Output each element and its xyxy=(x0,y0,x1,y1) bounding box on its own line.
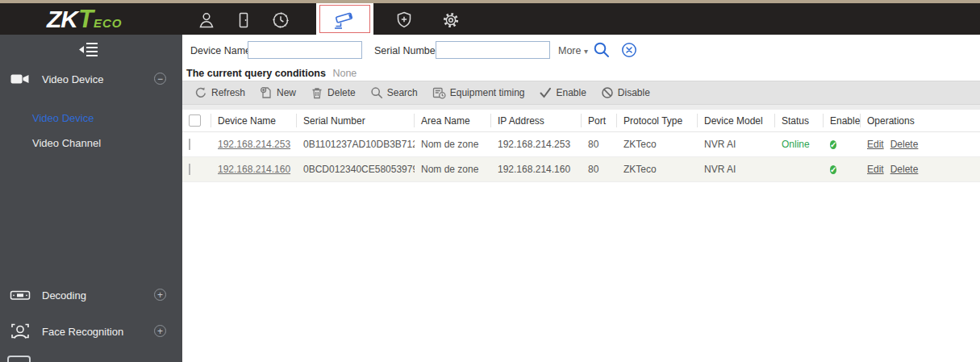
sidebar-item-video-channel[interactable]: Video Channel xyxy=(32,132,169,153)
logo-zk: ZK xyxy=(47,4,77,35)
cell-area-name: Nom de zone xyxy=(415,139,491,150)
zkteco-logo[interactable]: ZKTECO xyxy=(47,4,122,35)
sidebar-item-video-device[interactable]: Video Device xyxy=(32,107,169,128)
cctv-camera-icon xyxy=(333,8,357,31)
serial-number-input[interactable] xyxy=(436,41,550,59)
nav-video-active-tab[interactable] xyxy=(316,3,373,35)
enabled-check-icon: ✓ xyxy=(830,140,836,149)
sidebar-collapse-button[interactable] xyxy=(77,40,101,58)
expand-group-toggle-icon[interactable]: + xyxy=(154,325,166,337)
sidebar-group-decoding[interactable]: Decoding + xyxy=(0,281,182,309)
circle-slash-icon xyxy=(601,86,614,99)
row-checkbox[interactable] xyxy=(189,164,190,175)
expand-group-toggle-icon[interactable]: + xyxy=(154,289,166,301)
select-all-checkbox[interactable] xyxy=(189,114,201,127)
device-name-link[interactable]: 192.168.214.253 xyxy=(218,139,290,150)
edit-link[interactable]: Edit xyxy=(867,164,884,175)
new-document-icon xyxy=(260,86,273,99)
collapse-menu-icon xyxy=(77,40,101,58)
reset-query-button[interactable] xyxy=(621,42,637,58)
cell-device-model: NVR AI xyxy=(698,139,775,150)
nav-system[interactable] xyxy=(440,10,461,31)
edit-link[interactable]: Edit xyxy=(867,139,884,150)
header-ip-address: IP Address xyxy=(491,114,582,127)
cell-device-name: 192.168.214.253 xyxy=(211,139,297,150)
header-checkbox-cell xyxy=(182,114,211,127)
search-label: Search xyxy=(387,87,418,98)
cell-checkbox xyxy=(182,139,211,150)
device-name-input[interactable] xyxy=(248,41,362,59)
sidebar-item-label: Video Device xyxy=(32,112,94,124)
refresh-button[interactable]: Refresh xyxy=(187,81,252,105)
enable-button[interactable]: Enable xyxy=(532,81,593,105)
sidebar-group-label: Video Device xyxy=(42,73,103,85)
enabled-check-icon: ✓ xyxy=(830,165,836,174)
shield-plus-icon xyxy=(394,10,414,30)
delete-button[interactable]: Delete xyxy=(303,81,363,105)
main-content: Device Name Serial Number More ▾ The cur… xyxy=(182,35,980,362)
new-label: New xyxy=(277,87,296,98)
table-row: 192.168.214.160 0BCD012340CE58053979 Nom… xyxy=(182,157,980,182)
enable-label: Enable xyxy=(556,87,586,98)
more-dropdown[interactable]: More ▾ xyxy=(558,45,588,56)
search-icon xyxy=(370,86,383,99)
table-row: 192.168.214.253 0B1101237AD10DB3B712 Nom… xyxy=(182,132,980,157)
nav-access[interactable] xyxy=(233,10,254,31)
header-device-model: Device Model xyxy=(698,114,775,127)
new-button[interactable]: New xyxy=(252,81,303,105)
header-device-name: Device Name xyxy=(211,114,297,127)
action-toolbar: Refresh New Delete xyxy=(182,81,980,105)
disable-label: Disable xyxy=(618,87,650,98)
equipment-timing-button[interactable]: Equipment timing xyxy=(425,81,532,105)
cell-serial-number: 0B1101237AD10DB3B712 xyxy=(297,139,415,150)
face-scan-icon xyxy=(10,322,31,341)
query-conditions-label: The current query conditions xyxy=(186,68,326,79)
header-area-name: Area Name xyxy=(415,114,491,127)
row-checkbox[interactable] xyxy=(189,139,190,150)
delete-link[interactable]: Delete xyxy=(890,164,919,175)
refresh-label: Refresh xyxy=(211,87,245,98)
cell-port: 80 xyxy=(582,164,617,175)
sidebar-group-face-recognition[interactable]: Face Recognition + xyxy=(0,318,182,345)
header-protocol-type: Protocol Type xyxy=(617,114,698,127)
nav-attendance[interactable] xyxy=(270,10,291,31)
logo-t: T xyxy=(78,5,94,34)
sidebar: Video Device − Video Device Video Channe… xyxy=(0,35,182,362)
sidebar-group-label: Face Recognition xyxy=(42,326,123,338)
partial-bottom-icon xyxy=(7,356,31,362)
more-label: More xyxy=(558,45,581,56)
active-tab-highlight xyxy=(319,5,370,33)
logo-eco: ECO xyxy=(94,16,123,30)
nav-security[interactable] xyxy=(394,10,415,31)
search-submit-button[interactable] xyxy=(593,41,611,59)
cell-ip-address: 192.168.214.253 xyxy=(491,139,582,150)
delete-label: Delete xyxy=(327,87,356,98)
cell-protocol-type: ZKTeco xyxy=(617,164,698,175)
search-button[interactable]: Search xyxy=(363,81,425,105)
device-name-link[interactable]: 192.168.214.160 xyxy=(218,164,290,175)
search-icon xyxy=(593,41,611,59)
sidebar-group-video-device[interactable]: Video Device − xyxy=(0,65,182,93)
header-operations: Operations xyxy=(861,114,980,127)
equipment-timing-icon xyxy=(432,86,446,99)
decoder-icon xyxy=(10,285,31,305)
delete-link[interactable]: Delete xyxy=(890,139,919,150)
user-icon xyxy=(197,10,216,30)
cell-area-name: Nom de zone xyxy=(415,164,491,175)
equipment-timing-label: Equipment timing xyxy=(450,87,525,98)
disable-button[interactable]: Disable xyxy=(594,81,657,105)
query-conditions: The current query conditions None xyxy=(186,68,357,79)
sidebar-item-label: Video Channel xyxy=(32,137,101,149)
cell-operations: EditDelete xyxy=(861,164,980,175)
collapse-group-toggle-icon[interactable]: − xyxy=(154,73,166,85)
cell-ip-address: 192.168.214.160 xyxy=(491,164,582,175)
device-table: Device Name Serial Number Area Name IP A… xyxy=(182,105,980,182)
cell-port: 80 xyxy=(582,139,617,150)
header-port: Port xyxy=(582,114,617,127)
chevron-down-icon: ▾ xyxy=(584,47,588,56)
checkmark-icon xyxy=(539,86,552,99)
cell-checkbox xyxy=(182,164,211,175)
gear-icon xyxy=(441,10,461,30)
nav-personnel[interactable] xyxy=(196,10,217,31)
cell-serial-number: 0BCD012340CE58053979 xyxy=(297,164,415,175)
